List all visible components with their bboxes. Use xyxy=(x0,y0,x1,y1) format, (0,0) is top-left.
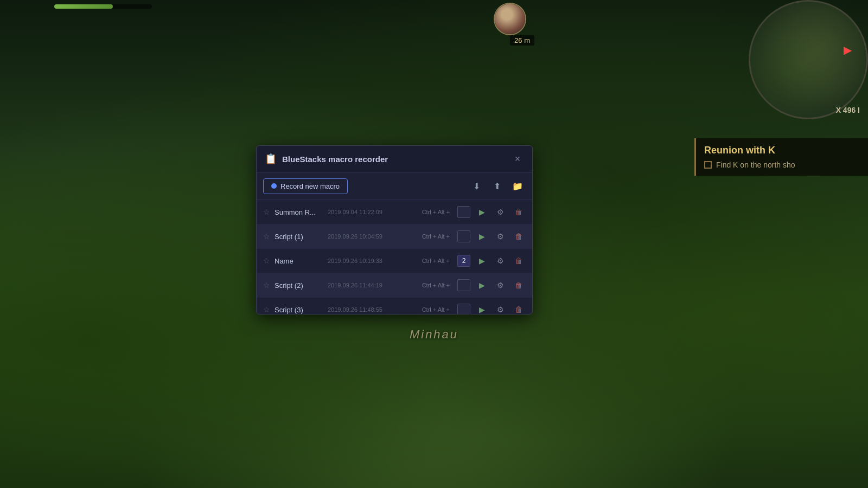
macro-shortcut: Ctrl + Alt + xyxy=(422,209,450,215)
macro-date: 2019.09.26 10:19:33 xyxy=(328,258,418,264)
star-icon[interactable]: ☆ xyxy=(263,281,270,290)
play-macro-button[interactable]: ▶ xyxy=(475,205,489,219)
macro-row: ☆ Script (2) 2019.09.26 11:44:19 Ctrl + … xyxy=(257,273,532,298)
star-icon[interactable]: ☆ xyxy=(263,256,270,265)
macro-row: ☆ Summon R... 2019.09.04 11:22:09 Ctrl +… xyxy=(257,200,532,224)
export-icon: ⬆ xyxy=(494,181,501,191)
play-macro-button[interactable]: ▶ xyxy=(475,229,489,243)
quest-item: Find K on the north sho xyxy=(704,160,860,169)
folder-icon: 📁 xyxy=(512,181,523,191)
quest-title: Reunion with K xyxy=(704,145,860,156)
macro-name: Script (1) xyxy=(275,233,323,241)
progress-bar-fill xyxy=(54,4,113,9)
quest-panel: Reunion with K Find K on the north sho xyxy=(694,138,868,176)
settings-macro-button[interactable]: ⚙ xyxy=(493,254,507,268)
macro-date: 2019.09.04 11:22:09 xyxy=(328,209,418,215)
cursor-indicator: ▶ xyxy=(844,43,852,56)
settings-macro-button[interactable]: ⚙ xyxy=(493,278,507,292)
export-button[interactable]: ⬆ xyxy=(489,178,505,194)
star-icon[interactable]: ☆ xyxy=(263,208,270,216)
macro-date: 2019.09.26 10:04:59 xyxy=(328,233,418,240)
avatar-face xyxy=(495,4,525,34)
import-icon: ⬇ xyxy=(473,181,480,191)
play-macro-button[interactable]: ▶ xyxy=(475,303,489,314)
dialog-title: BlueStacks macro recorder xyxy=(282,155,506,164)
macro-list: ☆ Summon R... 2019.09.04 11:22:09 Ctrl +… xyxy=(257,200,532,314)
macro-key-box[interactable] xyxy=(457,279,470,291)
macro-row: ☆ Name 2019.09.26 10:19:33 Ctrl + Alt + … xyxy=(257,249,532,273)
macro-key-box[interactable] xyxy=(457,304,470,314)
quest-item-text: Find K on the north sho xyxy=(716,160,795,169)
macro-key-box[interactable] xyxy=(457,230,470,242)
minimap xyxy=(749,0,868,119)
map-label: Minhau xyxy=(410,328,458,342)
record-dot-icon xyxy=(271,183,277,189)
quest-checkbox xyxy=(704,161,712,169)
minimap-inner xyxy=(750,2,866,118)
record-new-macro-button[interactable]: Record new macro xyxy=(263,178,348,194)
delete-macro-button[interactable]: 🗑 xyxy=(512,303,526,314)
star-icon[interactable]: ☆ xyxy=(263,305,270,314)
delete-macro-button[interactable]: 🗑 xyxy=(512,205,526,219)
macro-recorder-dialog[interactable]: 📋 BlueStacks macro recorder × Record new… xyxy=(256,145,533,314)
settings-macro-button[interactable]: ⚙ xyxy=(493,303,507,314)
macro-name: Script (3) xyxy=(275,306,323,314)
close-button[interactable]: × xyxy=(511,152,524,165)
macro-shortcut: Ctrl + Alt + xyxy=(422,233,450,240)
macro-key-box[interactable] xyxy=(457,206,470,218)
delete-macro-button[interactable]: 🗑 xyxy=(512,229,526,243)
macro-shortcut: Ctrl + Alt + xyxy=(422,282,450,288)
play-macro-button[interactable]: ▶ xyxy=(475,254,489,268)
coordinates: X 496 I xyxy=(836,106,860,114)
delete-macro-button[interactable]: 🗑 xyxy=(512,278,526,292)
record-btn-label: Record new macro xyxy=(280,182,340,190)
folder-button[interactable]: 📁 xyxy=(509,178,526,194)
star-icon[interactable]: ☆ xyxy=(263,232,270,241)
macro-date: 2019.09.26 11:44:19 xyxy=(328,282,418,288)
macro-shortcut: Ctrl + Alt + xyxy=(422,306,450,313)
dialog-toolbar: Record new macro ⬇ ⬆ 📁 xyxy=(257,172,532,200)
macro-name: Summon R... xyxy=(275,208,323,216)
macro-key-box[interactable]: 2 xyxy=(457,255,470,267)
macro-row: ☆ Script (3) 2019.09.26 11:48:55 Ctrl + … xyxy=(257,298,532,314)
macro-shortcut: Ctrl + Alt + xyxy=(422,258,450,264)
settings-macro-button[interactable]: ⚙ xyxy=(493,205,507,219)
dialog-titlebar: 📋 BlueStacks macro recorder × xyxy=(257,146,532,172)
play-macro-button[interactable]: ▶ xyxy=(475,278,489,292)
avatar xyxy=(494,3,526,35)
macro-date: 2019.09.26 11:48:55 xyxy=(328,306,418,313)
import-button[interactable]: ⬇ xyxy=(468,178,484,194)
settings-macro-button[interactable]: ⚙ xyxy=(493,229,507,243)
progress-bar-container xyxy=(54,4,152,9)
macro-recorder-icon: 📋 xyxy=(265,153,277,165)
macro-name: Name xyxy=(275,257,323,265)
macro-row: ☆ Script (1) 2019.09.26 10:04:59 Ctrl + … xyxy=(257,224,532,249)
macro-name: Script (2) xyxy=(275,281,323,290)
delete-macro-button[interactable]: 🗑 xyxy=(512,254,526,268)
distance-badge: 26 m xyxy=(510,35,534,46)
